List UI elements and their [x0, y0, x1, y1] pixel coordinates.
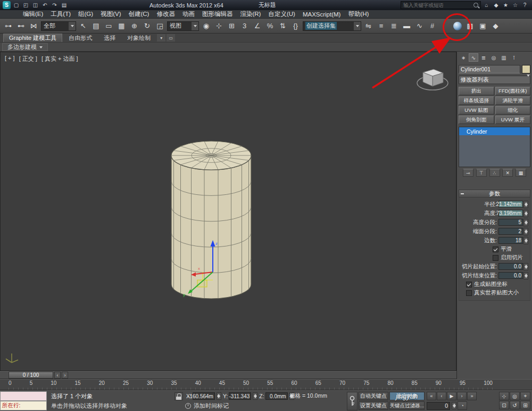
spinner[interactable]	[523, 210, 528, 217]
auto-key-button[interactable]: 自动关键点	[359, 392, 388, 400]
zoom-extents-icon[interactable]: ⌖	[520, 392, 530, 400]
app-logo-icon[interactable]: S	[3, 1, 11, 9]
redo-icon[interactable]: ↷	[50, 1, 59, 10]
modifier-stack[interactable]: Cylinder	[459, 127, 530, 167]
param-field[interactable]: 18	[498, 237, 523, 244]
modifier-stack-item[interactable]: Cylinder	[459, 127, 530, 135]
motion-tab[interactable]: ◎	[489, 53, 498, 62]
menu-item[interactable]: 编辑(E)	[19, 10, 47, 18]
help-icon[interactable]: ?	[520, 1, 529, 10]
angle-snap-icon[interactable]: ∠	[251, 20, 263, 32]
previous-frame-arrow-icon[interactable]: ‹	[54, 372, 61, 379]
modifier-preset-button[interactable]: UVW 展开	[495, 116, 531, 124]
ribbon-tab[interactable]: 选择	[98, 34, 121, 42]
use-pivot-center-icon[interactable]: ◉	[200, 20, 212, 32]
menu-item[interactable]: MAXScript(M)	[299, 10, 345, 18]
pan-view-icon[interactable]: ⊹	[499, 392, 509, 400]
select-by-name-icon[interactable]: ▤	[90, 20, 102, 32]
viewport[interactable]: [ + ] [ 正交 ] [ 真实 + 边面 ]	[0, 52, 456, 371]
param-field[interactable]: 21.142mm	[498, 201, 523, 208]
align-icon[interactable]: ≡	[375, 20, 387, 32]
set-keys-button[interactable]	[347, 392, 358, 410]
maxscript-listener-field[interactable]: 所在行:	[0, 401, 47, 410]
bind-to-space-warp-icon[interactable]: ⋈	[28, 20, 40, 32]
next-frame-icon[interactable]: ›	[457, 392, 467, 400]
selection-filter-dropdown[interactable]: 全部	[41, 21, 76, 31]
set-key-button[interactable]: 设置关键点	[359, 401, 388, 410]
select-and-rotate-icon[interactable]: ↻	[141, 20, 153, 32]
modifier-preset-button[interactable]: 样条线选择	[459, 96, 494, 105]
ribbon-tab[interactable]: 对象绘制	[122, 34, 156, 42]
spinner[interactable]	[523, 237, 528, 244]
viewport-general-menu[interactable]: [ + ]	[5, 55, 15, 63]
param-field[interactable]: 5	[498, 219, 523, 226]
spinner[interactable]	[452, 402, 456, 409]
play-icon[interactable]: ▶	[447, 392, 456, 400]
curve-editor-icon[interactable]: ∿	[413, 20, 426, 32]
menu-item[interactable]: 修改器	[153, 10, 179, 18]
hierarchy-tab[interactable]: ≣	[479, 53, 488, 62]
modifier-preset-button[interactable]: FFD(圆柱体)	[495, 87, 531, 95]
select-and-move-icon[interactable]: ⊕	[128, 20, 140, 32]
menu-item[interactable]: 工具(T)	[47, 10, 74, 18]
cylinder-object[interactable]: x y z	[168, 138, 256, 304]
window-crossing-icon[interactable]: ▦	[115, 20, 128, 32]
macro-recorder-field[interactable]	[0, 391, 47, 401]
render-production-icon[interactable]: ◆	[489, 20, 502, 32]
modifier-preset-button[interactable]: 涡轮平滑	[495, 96, 531, 105]
menu-item[interactable]: 自定义(U)	[264, 10, 298, 18]
configure-modifier-sets-icon[interactable]: ▦	[516, 169, 526, 177]
orbit-icon[interactable]: ↺	[510, 401, 520, 409]
track-bar[interactable]: 0510152025303540455055606570758085909510…	[0, 379, 500, 390]
subscription-center-icon[interactable]: ◆	[492, 1, 501, 10]
reference-coordinate-dropdown[interactable]: 视图	[167, 21, 199, 31]
coordinate-field[interactable]: -311.343	[229, 392, 251, 400]
previous-frame-icon[interactable]: ‹	[437, 392, 446, 400]
param-field[interactable]: 0.0	[498, 272, 523, 279]
checkbox[interactable]	[466, 282, 472, 287]
show-end-result-icon[interactable]: ⊤	[476, 169, 487, 177]
ribbon-config-icon[interactable]: ▭	[167, 34, 175, 42]
checkbox[interactable]	[493, 255, 498, 261]
param-field[interactable]: 0.0	[498, 263, 523, 270]
menu-item[interactable]: 组(G)	[74, 10, 97, 18]
unlink-selection-icon[interactable]: ⊷	[15, 20, 27, 32]
spinner[interactable]	[523, 219, 528, 226]
polygon-modeling-panel[interactable]: 多边形建模	[2, 43, 48, 51]
time-slider-handle[interactable]: 0 / 100	[9, 372, 53, 379]
viewport-shading-menu[interactable]: [ 真实 + 边面 ]	[41, 55, 78, 63]
ribbon-tab[interactable]: Graphite 建模工具	[3, 34, 62, 42]
undo-icon[interactable]: ↶	[40, 1, 49, 10]
modifier-preset-button[interactable]: 挤出	[459, 87, 494, 95]
spinner[interactable]	[523, 201, 528, 208]
save-file-icon[interactable]: ◫	[31, 1, 40, 10]
add-time-tag[interactable]: 添加时间标记	[185, 401, 229, 410]
schematic-view-icon[interactable]: #	[426, 20, 438, 32]
modifier-preset-button[interactable]: 倒角剖面	[459, 116, 494, 124]
checkbox[interactable]	[493, 246, 498, 252]
search-icon[interactable]	[473, 3, 478, 7]
select-and-link-icon[interactable]: ⊶	[2, 20, 14, 32]
rectangular-selection-icon[interactable]: ▭	[103, 20, 115, 32]
zoom-icon[interactable]: ◎	[510, 392, 520, 400]
go-to-end-icon[interactable]: »	[467, 392, 477, 400]
modifier-list-dropdown[interactable]: 修改器列表	[459, 76, 530, 84]
remove-modifier-icon[interactable]: ✕	[502, 169, 513, 177]
mirror-icon[interactable]: ⇋	[362, 20, 375, 32]
menu-item[interactable]: 图形编辑器	[198, 10, 237, 18]
go-to-start-icon[interactable]: «	[427, 392, 436, 400]
project-folder-icon[interactable]: ▤	[60, 1, 69, 10]
spinner[interactable]	[523, 263, 528, 270]
edit-named-selection-sets-icon[interactable]: {}	[289, 20, 302, 32]
spinner[interactable]	[523, 272, 528, 280]
new-scene-icon[interactable]: ▢	[12, 1, 21, 10]
infocenter-home-icon[interactable]: ⌂	[482, 1, 491, 10]
percent-snap-icon[interactable]: %	[264, 20, 276, 32]
zoom-region-icon[interactable]: ⊡	[499, 401, 509, 409]
time-slider[interactable]: 0 / 100 ‹ ›	[0, 371, 456, 379]
create-tab[interactable]: ∗	[459, 53, 468, 62]
spinner[interactable]	[217, 392, 221, 400]
ribbon-tab[interactable]: 自由形式	[63, 34, 97, 42]
open-file-icon[interactable]: ◰	[21, 1, 30, 10]
key-filters-button[interactable]: 关键点过滤器...	[389, 401, 425, 410]
